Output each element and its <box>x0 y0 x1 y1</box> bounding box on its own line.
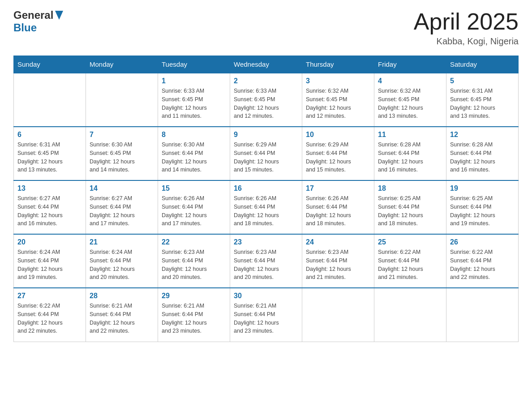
day-number: 19 <box>450 184 515 193</box>
day-number: 7 <box>90 131 154 139</box>
calendar-title: April 2025 <box>414 9 519 34</box>
calendar-table: Sunday Monday Tuesday Wednesday Thursday… <box>13 56 519 342</box>
calendar-cell: 4Sunrise: 6:32 AM Sunset: 6:45 PM Daylig… <box>374 73 446 127</box>
day-number: 21 <box>90 238 154 246</box>
day-number: 2 <box>234 77 298 85</box>
day-info: Sunrise: 6:28 AM Sunset: 6:44 PM Dayligh… <box>450 141 515 174</box>
calendar-cell: 24Sunrise: 6:23 AM Sunset: 6:44 PM Dayli… <box>302 234 374 288</box>
logo-blue-text: Blue <box>13 21 37 34</box>
calendar-cell: 5Sunrise: 6:31 AM Sunset: 6:45 PM Daylig… <box>446 73 519 127</box>
day-info: Sunrise: 6:22 AM Sunset: 6:44 PM Dayligh… <box>17 302 82 335</box>
calendar-cell: 17Sunrise: 6:26 AM Sunset: 6:44 PM Dayli… <box>302 180 374 234</box>
day-number: 3 <box>306 77 370 85</box>
day-number: 24 <box>306 238 370 246</box>
day-number: 1 <box>162 77 226 85</box>
calendar-cell: 9Sunrise: 6:29 AM Sunset: 6:44 PM Daylig… <box>230 127 302 180</box>
calendar-week-5: 27Sunrise: 6:22 AM Sunset: 6:44 PM Dayli… <box>14 288 519 342</box>
day-info: Sunrise: 6:27 AM Sunset: 6:44 PM Dayligh… <box>17 194 82 228</box>
day-info: Sunrise: 6:25 AM Sunset: 6:44 PM Dayligh… <box>378 194 442 228</box>
day-number: 23 <box>234 238 298 246</box>
day-info: Sunrise: 6:28 AM Sunset: 6:44 PM Dayligh… <box>378 141 442 174</box>
day-info: Sunrise: 6:25 AM Sunset: 6:44 PM Dayligh… <box>450 194 515 228</box>
day-info: Sunrise: 6:21 AM Sunset: 6:44 PM Dayligh… <box>234 302 298 335</box>
calendar-cell: 15Sunrise: 6:26 AM Sunset: 6:44 PM Dayli… <box>158 180 230 234</box>
page-header: General Blue April 2025 Kabba, Kogi, Nig… <box>13 9 519 47</box>
day-info: Sunrise: 6:33 AM Sunset: 6:45 PM Dayligh… <box>162 87 226 120</box>
day-info: Sunrise: 6:31 AM Sunset: 6:45 PM Dayligh… <box>450 87 515 120</box>
day-info: Sunrise: 6:31 AM Sunset: 6:45 PM Dayligh… <box>17 141 82 174</box>
day-number: 18 <box>378 184 442 193</box>
header-thursday: Thursday <box>302 56 374 73</box>
day-info: Sunrise: 6:30 AM Sunset: 6:45 PM Dayligh… <box>90 141 154 174</box>
day-info: Sunrise: 6:33 AM Sunset: 6:45 PM Dayligh… <box>234 87 298 120</box>
day-info: Sunrise: 6:23 AM Sunset: 6:44 PM Dayligh… <box>234 248 298 282</box>
day-info: Sunrise: 6:23 AM Sunset: 6:44 PM Dayligh… <box>162 248 226 282</box>
header-saturday: Saturday <box>446 56 519 73</box>
calendar-cell: 27Sunrise: 6:22 AM Sunset: 6:44 PM Dayli… <box>14 288 86 342</box>
calendar-cell: 13Sunrise: 6:27 AM Sunset: 6:44 PM Dayli… <box>14 180 86 234</box>
day-info: Sunrise: 6:32 AM Sunset: 6:45 PM Dayligh… <box>306 87 370 120</box>
calendar-cell: 12Sunrise: 6:28 AM Sunset: 6:44 PM Dayli… <box>446 127 519 180</box>
calendar-cell: 1Sunrise: 6:33 AM Sunset: 6:45 PM Daylig… <box>158 73 230 127</box>
calendar-cell: 19Sunrise: 6:25 AM Sunset: 6:44 PM Dayli… <box>446 180 519 234</box>
calendar-week-2: 6Sunrise: 6:31 AM Sunset: 6:45 PM Daylig… <box>14 127 519 180</box>
calendar-cell <box>302 288 374 342</box>
day-number: 13 <box>17 184 82 193</box>
calendar-cell: 7Sunrise: 6:30 AM Sunset: 6:45 PM Daylig… <box>86 127 158 180</box>
calendar-cell: 25Sunrise: 6:22 AM Sunset: 6:44 PM Dayli… <box>374 234 446 288</box>
day-number: 15 <box>162 184 226 193</box>
day-info: Sunrise: 6:32 AM Sunset: 6:45 PM Dayligh… <box>378 87 442 120</box>
header-monday: Monday <box>86 56 158 73</box>
day-number: 6 <box>17 131 82 139</box>
calendar-cell: 14Sunrise: 6:27 AM Sunset: 6:44 PM Dayli… <box>86 180 158 234</box>
day-number: 20 <box>17 238 82 246</box>
calendar-week-4: 20Sunrise: 6:24 AM Sunset: 6:44 PM Dayli… <box>14 234 519 288</box>
day-info: Sunrise: 6:21 AM Sunset: 6:44 PM Dayligh… <box>162 302 226 335</box>
calendar-cell <box>14 73 86 127</box>
svg-marker-0 <box>55 11 63 20</box>
calendar-cell <box>374 288 446 342</box>
day-info: Sunrise: 6:30 AM Sunset: 6:44 PM Dayligh… <box>162 141 226 174</box>
logo-arrow-icon <box>55 11 63 21</box>
day-info: Sunrise: 6:29 AM Sunset: 6:44 PM Dayligh… <box>306 141 370 174</box>
calendar-cell: 30Sunrise: 6:21 AM Sunset: 6:44 PM Dayli… <box>230 288 302 342</box>
day-number: 14 <box>90 184 154 193</box>
calendar-cell: 21Sunrise: 6:24 AM Sunset: 6:44 PM Dayli… <box>86 234 158 288</box>
day-number: 12 <box>450 131 515 139</box>
day-number: 29 <box>162 292 226 300</box>
day-number: 10 <box>306 131 370 139</box>
day-number: 22 <box>162 238 226 246</box>
day-number: 11 <box>378 131 442 139</box>
header-friday: Friday <box>374 56 446 73</box>
calendar-cell <box>446 288 519 342</box>
day-number: 5 <box>450 77 515 85</box>
day-number: 30 <box>234 292 298 300</box>
logo: General Blue <box>13 9 63 34</box>
calendar-header-row: Sunday Monday Tuesday Wednesday Thursday… <box>14 56 519 73</box>
calendar-cell: 11Sunrise: 6:28 AM Sunset: 6:44 PM Dayli… <box>374 127 446 180</box>
day-info: Sunrise: 6:29 AM Sunset: 6:44 PM Dayligh… <box>234 141 298 174</box>
day-number: 25 <box>378 238 442 246</box>
calendar-cell: 16Sunrise: 6:26 AM Sunset: 6:44 PM Dayli… <box>230 180 302 234</box>
day-info: Sunrise: 6:26 AM Sunset: 6:44 PM Dayligh… <box>162 194 226 228</box>
day-number: 9 <box>234 131 298 139</box>
calendar-cell: 22Sunrise: 6:23 AM Sunset: 6:44 PM Dayli… <box>158 234 230 288</box>
calendar-cell: 23Sunrise: 6:23 AM Sunset: 6:44 PM Dayli… <box>230 234 302 288</box>
calendar-cell: 10Sunrise: 6:29 AM Sunset: 6:44 PM Dayli… <box>302 127 374 180</box>
day-info: Sunrise: 6:22 AM Sunset: 6:44 PM Dayligh… <box>450 248 515 282</box>
day-info: Sunrise: 6:21 AM Sunset: 6:44 PM Dayligh… <box>90 302 154 335</box>
day-number: 16 <box>234 184 298 193</box>
calendar-cell: 28Sunrise: 6:21 AM Sunset: 6:44 PM Dayli… <box>86 288 158 342</box>
calendar-cell: 3Sunrise: 6:32 AM Sunset: 6:45 PM Daylig… <box>302 73 374 127</box>
day-info: Sunrise: 6:24 AM Sunset: 6:44 PM Dayligh… <box>90 248 154 282</box>
calendar-location: Kabba, Kogi, Nigeria <box>414 36 519 47</box>
calendar-cell: 20Sunrise: 6:24 AM Sunset: 6:44 PM Dayli… <box>14 234 86 288</box>
day-number: 17 <box>306 184 370 193</box>
calendar-cell: 29Sunrise: 6:21 AM Sunset: 6:44 PM Dayli… <box>158 288 230 342</box>
day-info: Sunrise: 6:23 AM Sunset: 6:44 PM Dayligh… <box>306 248 370 282</box>
calendar-week-1: 1Sunrise: 6:33 AM Sunset: 6:45 PM Daylig… <box>14 73 519 127</box>
title-section: April 2025 Kabba, Kogi, Nigeria <box>414 9 519 47</box>
calendar-cell: 18Sunrise: 6:25 AM Sunset: 6:44 PM Dayli… <box>374 180 446 234</box>
day-info: Sunrise: 6:22 AM Sunset: 6:44 PM Dayligh… <box>378 248 442 282</box>
day-number: 8 <box>162 131 226 139</box>
